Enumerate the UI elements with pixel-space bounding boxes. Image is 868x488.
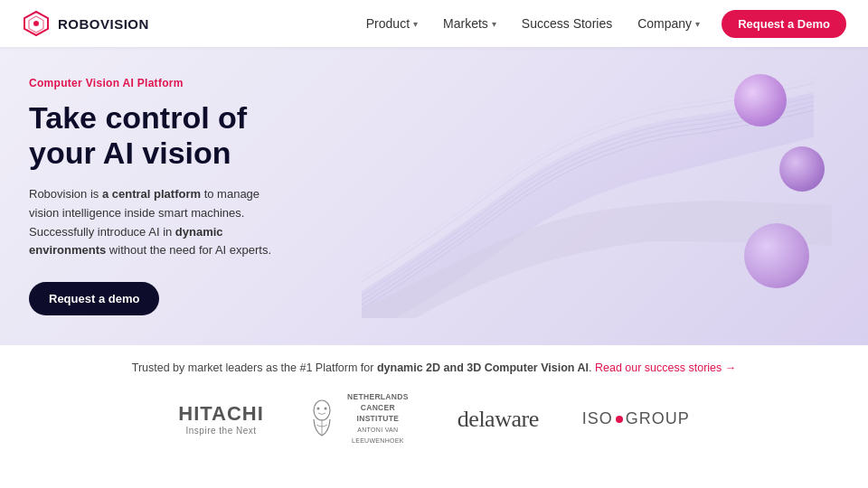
success-stories-link[interactable]: Read our success stories → <box>595 361 736 374</box>
nci-portrait-icon <box>307 399 336 439</box>
nav-links: Product ▾ Markets ▾ Success Stories Comp… <box>366 16 700 31</box>
logo[interactable]: ROBOVISION <box>22 9 149 38</box>
nav-company[interactable]: Company ▾ <box>637 16 700 31</box>
hero-cta-button[interactable]: Request a demo <box>29 282 159 315</box>
svg-point-2 <box>33 21 39 26</box>
iso-dot-icon <box>616 416 623 423</box>
hero-sphere-2 <box>779 146 825 192</box>
svg-point-5 <box>316 407 319 409</box>
svg-point-3 <box>314 400 330 420</box>
nav-markets[interactable]: Markets ▾ <box>443 16 496 31</box>
chevron-down-icon: ▾ <box>413 19 418 29</box>
hero-section: Computer Vision AI Platform Take control… <box>0 47 868 345</box>
trust-statement: Trusted by market leaders as the #1 Plat… <box>132 361 737 374</box>
delaware-logo: delaware <box>458 406 539 433</box>
chevron-down-icon: ▾ <box>695 19 700 29</box>
trust-section: Trusted by market leaders as the #1 Plat… <box>0 345 868 488</box>
hero-tag: Computer Vision AI Platform <box>29 77 278 89</box>
request-demo-button[interactable]: Request a Demo <box>722 10 846 38</box>
nci-logo: NETHERLANDSCANCERINSTITUTEAntoni van Lee… <box>307 392 414 446</box>
navbar: ROBOVISION Product ▾ Markets ▾ Success S… <box>0 0 868 47</box>
nav-success-stories[interactable]: Success Stories <box>522 16 612 31</box>
partner-logos: HITACHI Inspire the Next NETHERLANDSCANC… <box>178 392 689 446</box>
chevron-down-icon: ▾ <box>492 19 496 29</box>
logo-icon <box>22 9 51 38</box>
hero-description: Robovision is a central platform to mana… <box>29 185 278 260</box>
nci-text: NETHERLANDSCANCERINSTITUTEAntoni van Lee… <box>342 392 414 446</box>
nav-product[interactable]: Product ▾ <box>366 16 418 31</box>
hitachi-logo: HITACHI Inspire the Next <box>178 402 264 436</box>
iso-group-logo: ISO GROUP <box>582 409 690 428</box>
hero-sphere-1 <box>734 74 787 127</box>
svg-point-6 <box>324 407 326 409</box>
brand-name: ROBOVISION <box>58 16 149 32</box>
hero-sphere-3 <box>744 223 809 288</box>
hero-title: Take control of your AI vision <box>29 100 278 171</box>
hero-content: Computer Vision AI Platform Take control… <box>0 47 307 345</box>
hero-visual <box>307 47 868 345</box>
